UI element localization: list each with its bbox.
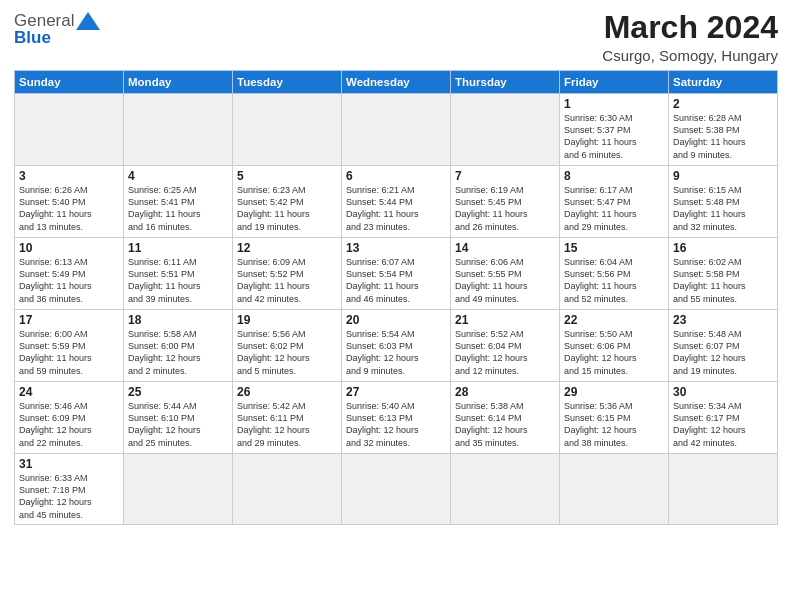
location: Csurgo, Somogy, Hungary — [602, 47, 778, 64]
day-number: 8 — [564, 169, 664, 183]
day-number: 28 — [455, 385, 555, 399]
calendar-cell: 16Sunrise: 6:02 AM Sunset: 5:58 PM Dayli… — [669, 238, 778, 310]
day-number: 17 — [19, 313, 119, 327]
calendar-cell: 14Sunrise: 6:06 AM Sunset: 5:55 PM Dayli… — [451, 238, 560, 310]
calendar-cell: 2Sunrise: 6:28 AM Sunset: 5:38 PM Daylig… — [669, 94, 778, 166]
day-info: Sunrise: 5:44 AM Sunset: 6:10 PM Dayligh… — [128, 400, 228, 449]
calendar-cell: 15Sunrise: 6:04 AM Sunset: 5:56 PM Dayli… — [560, 238, 669, 310]
weekday-header: Saturday — [669, 71, 778, 94]
calendar-cell: 20Sunrise: 5:54 AM Sunset: 6:03 PM Dayli… — [342, 310, 451, 382]
day-number: 16 — [673, 241, 773, 255]
calendar-cell: 30Sunrise: 5:34 AM Sunset: 6:17 PM Dayli… — [669, 382, 778, 454]
day-number: 29 — [564, 385, 664, 399]
calendar-cell: 26Sunrise: 5:42 AM Sunset: 6:11 PM Dayli… — [233, 382, 342, 454]
calendar-cell: 5Sunrise: 6:23 AM Sunset: 5:42 PM Daylig… — [233, 166, 342, 238]
day-info: Sunrise: 6:33 AM Sunset: 7:18 PM Dayligh… — [19, 472, 119, 521]
calendar-cell: 12Sunrise: 6:09 AM Sunset: 5:52 PM Dayli… — [233, 238, 342, 310]
day-number: 18 — [128, 313, 228, 327]
calendar-cell: 18Sunrise: 5:58 AM Sunset: 6:00 PM Dayli… — [124, 310, 233, 382]
logo: General Blue — [14, 10, 102, 48]
day-info: Sunrise: 5:42 AM Sunset: 6:11 PM Dayligh… — [237, 400, 337, 449]
page: General Blue March 2024 Csurgo, Somogy, … — [0, 0, 792, 612]
day-number: 26 — [237, 385, 337, 399]
day-number: 11 — [128, 241, 228, 255]
calendar-cell — [342, 94, 451, 166]
day-number: 31 — [19, 457, 119, 471]
day-info: Sunrise: 5:56 AM Sunset: 6:02 PM Dayligh… — [237, 328, 337, 377]
calendar-cell — [124, 454, 233, 525]
calendar-cell — [451, 454, 560, 525]
month-year: March 2024 — [602, 10, 778, 45]
day-number: 1 — [564, 97, 664, 111]
day-info: Sunrise: 6:25 AM Sunset: 5:41 PM Dayligh… — [128, 184, 228, 233]
weekday-header: Friday — [560, 71, 669, 94]
weekday-header: Thursday — [451, 71, 560, 94]
calendar-cell: 19Sunrise: 5:56 AM Sunset: 6:02 PM Dayli… — [233, 310, 342, 382]
calendar-cell: 9Sunrise: 6:15 AM Sunset: 5:48 PM Daylig… — [669, 166, 778, 238]
calendar-cell: 6Sunrise: 6:21 AM Sunset: 5:44 PM Daylig… — [342, 166, 451, 238]
day-number: 3 — [19, 169, 119, 183]
calendar-cell: 7Sunrise: 6:19 AM Sunset: 5:45 PM Daylig… — [451, 166, 560, 238]
calendar-cell: 21Sunrise: 5:52 AM Sunset: 6:04 PM Dayli… — [451, 310, 560, 382]
calendar-cell — [15, 94, 124, 166]
calendar-cell: 13Sunrise: 6:07 AM Sunset: 5:54 PM Dayli… — [342, 238, 451, 310]
day-number: 10 — [19, 241, 119, 255]
day-info: Sunrise: 6:04 AM Sunset: 5:56 PM Dayligh… — [564, 256, 664, 305]
day-number: 9 — [673, 169, 773, 183]
calendar-cell: 4Sunrise: 6:25 AM Sunset: 5:41 PM Daylig… — [124, 166, 233, 238]
logo-triangle-icon — [74, 10, 102, 32]
logo-blue: Blue — [14, 28, 51, 48]
calendar-cell: 10Sunrise: 6:13 AM Sunset: 5:49 PM Dayli… — [15, 238, 124, 310]
calendar-cell — [669, 454, 778, 525]
day-info: Sunrise: 5:34 AM Sunset: 6:17 PM Dayligh… — [673, 400, 773, 449]
calendar-cell: 22Sunrise: 5:50 AM Sunset: 6:06 PM Dayli… — [560, 310, 669, 382]
day-info: Sunrise: 6:19 AM Sunset: 5:45 PM Dayligh… — [455, 184, 555, 233]
calendar-week-row: 3Sunrise: 6:26 AM Sunset: 5:40 PM Daylig… — [15, 166, 778, 238]
calendar-cell: 17Sunrise: 6:00 AM Sunset: 5:59 PM Dayli… — [15, 310, 124, 382]
day-number: 15 — [564, 241, 664, 255]
calendar-week-row: 1Sunrise: 6:30 AM Sunset: 5:37 PM Daylig… — [15, 94, 778, 166]
header: General Blue March 2024 Csurgo, Somogy, … — [14, 10, 778, 64]
day-info: Sunrise: 5:58 AM Sunset: 6:00 PM Dayligh… — [128, 328, 228, 377]
day-info: Sunrise: 6:26 AM Sunset: 5:40 PM Dayligh… — [19, 184, 119, 233]
day-number: 27 — [346, 385, 446, 399]
day-number: 30 — [673, 385, 773, 399]
calendar-cell — [124, 94, 233, 166]
svg-marker-0 — [76, 12, 100, 30]
calendar-cell: 3Sunrise: 6:26 AM Sunset: 5:40 PM Daylig… — [15, 166, 124, 238]
day-number: 24 — [19, 385, 119, 399]
day-number: 2 — [673, 97, 773, 111]
weekday-header: Sunday — [15, 71, 124, 94]
day-number: 21 — [455, 313, 555, 327]
calendar-cell: 23Sunrise: 5:48 AM Sunset: 6:07 PM Dayli… — [669, 310, 778, 382]
day-info: Sunrise: 5:50 AM Sunset: 6:06 PM Dayligh… — [564, 328, 664, 377]
day-number: 22 — [564, 313, 664, 327]
day-number: 6 — [346, 169, 446, 183]
day-number: 20 — [346, 313, 446, 327]
calendar-week-row: 10Sunrise: 6:13 AM Sunset: 5:49 PM Dayli… — [15, 238, 778, 310]
day-info: Sunrise: 5:52 AM Sunset: 6:04 PM Dayligh… — [455, 328, 555, 377]
calendar-cell: 29Sunrise: 5:36 AM Sunset: 6:15 PM Dayli… — [560, 382, 669, 454]
calendar-cell: 11Sunrise: 6:11 AM Sunset: 5:51 PM Dayli… — [124, 238, 233, 310]
calendar-week-row: 31Sunrise: 6:33 AM Sunset: 7:18 PM Dayli… — [15, 454, 778, 525]
day-info: Sunrise: 5:54 AM Sunset: 6:03 PM Dayligh… — [346, 328, 446, 377]
calendar-cell: 1Sunrise: 6:30 AM Sunset: 5:37 PM Daylig… — [560, 94, 669, 166]
day-number: 7 — [455, 169, 555, 183]
calendar-cell — [233, 94, 342, 166]
day-info: Sunrise: 6:15 AM Sunset: 5:48 PM Dayligh… — [673, 184, 773, 233]
calendar-cell: 8Sunrise: 6:17 AM Sunset: 5:47 PM Daylig… — [560, 166, 669, 238]
day-info: Sunrise: 5:36 AM Sunset: 6:15 PM Dayligh… — [564, 400, 664, 449]
calendar-cell: 27Sunrise: 5:40 AM Sunset: 6:13 PM Dayli… — [342, 382, 451, 454]
calendar-header-row: SundayMondayTuesdayWednesdayThursdayFrid… — [15, 71, 778, 94]
day-info: Sunrise: 6:00 AM Sunset: 5:59 PM Dayligh… — [19, 328, 119, 377]
calendar-cell — [342, 454, 451, 525]
calendar-cell: 24Sunrise: 5:46 AM Sunset: 6:09 PM Dayli… — [15, 382, 124, 454]
day-info: Sunrise: 6:09 AM Sunset: 5:52 PM Dayligh… — [237, 256, 337, 305]
day-info: Sunrise: 5:46 AM Sunset: 6:09 PM Dayligh… — [19, 400, 119, 449]
day-number: 4 — [128, 169, 228, 183]
day-info: Sunrise: 6:07 AM Sunset: 5:54 PM Dayligh… — [346, 256, 446, 305]
day-info: Sunrise: 6:30 AM Sunset: 5:37 PM Dayligh… — [564, 112, 664, 161]
day-info: Sunrise: 5:48 AM Sunset: 6:07 PM Dayligh… — [673, 328, 773, 377]
day-info: Sunrise: 5:40 AM Sunset: 6:13 PM Dayligh… — [346, 400, 446, 449]
calendar-week-row: 17Sunrise: 6:00 AM Sunset: 5:59 PM Dayli… — [15, 310, 778, 382]
